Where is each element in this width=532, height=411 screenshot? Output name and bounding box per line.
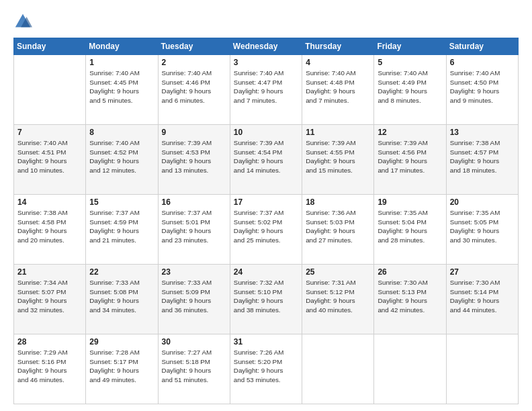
day-info: Sunrise: 7:26 AMSunset: 5:20 PMDaylight:… [234, 348, 298, 385]
header-cell-tuesday: Tuesday [158, 38, 230, 55]
day-number: 10 [234, 128, 298, 137]
calendar-cell: 6Sunrise: 7:40 AMSunset: 4:50 PMDaylight… [446, 55, 518, 125]
day-info: Sunrise: 7:35 AMSunset: 5:05 PMDaylight:… [450, 208, 515, 245]
day-info: Sunrise: 7:38 AMSunset: 4:58 PMDaylight:… [17, 208, 82, 245]
day-number: 19 [378, 197, 442, 207]
day-number: 24 [234, 267, 298, 277]
calendar-cell: 26Sunrise: 7:30 AMSunset: 5:13 PMDayligh… [374, 265, 446, 334]
day-info: Sunrise: 7:27 AMSunset: 5:18 PMDaylight:… [162, 348, 226, 385]
day-info: Sunrise: 7:33 AMSunset: 5:09 PMDaylight:… [162, 278, 226, 315]
day-info: Sunrise: 7:40 AMSunset: 4:49 PMDaylight:… [378, 68, 442, 105]
day-info: Sunrise: 7:38 AMSunset: 4:57 PMDaylight:… [450, 138, 515, 175]
day-number: 18 [306, 197, 370, 207]
day-number: 28 [17, 337, 82, 347]
calendar-cell: 11Sunrise: 7:39 AMSunset: 4:55 PMDayligh… [302, 125, 374, 195]
day-number: 8 [89, 128, 154, 137]
day-number: 25 [306, 267, 370, 277]
day-info: Sunrise: 7:39 AMSunset: 4:55 PMDaylight:… [306, 138, 370, 175]
calendar-week-2: 7Sunrise: 7:40 AMSunset: 4:51 PMDaylight… [14, 125, 519, 195]
calendar-cell: 5Sunrise: 7:40 AMSunset: 4:49 PMDaylight… [374, 55, 446, 125]
day-info: Sunrise: 7:37 AMSunset: 5:02 PMDaylight:… [234, 208, 298, 245]
calendar-table: SundayMondayTuesdayWednesdayThursdayFrid… [13, 38, 519, 404]
day-info: Sunrise: 7:33 AMSunset: 5:08 PMDaylight:… [89, 278, 154, 315]
day-info: Sunrise: 7:40 AMSunset: 4:47 PMDaylight:… [234, 68, 298, 105]
day-info: Sunrise: 7:30 AMSunset: 5:14 PMDaylight:… [450, 278, 515, 315]
header-cell-thursday: Thursday [302, 38, 374, 55]
day-number: 12 [378, 128, 442, 137]
day-info: Sunrise: 7:39 AMSunset: 4:54 PMDaylight:… [234, 138, 298, 175]
day-number: 30 [162, 337, 226, 347]
calendar-cell: 13Sunrise: 7:38 AMSunset: 4:57 PMDayligh… [446, 125, 518, 195]
day-info: Sunrise: 7:40 AMSunset: 4:52 PMDaylight:… [89, 138, 154, 175]
calendar-cell: 12Sunrise: 7:39 AMSunset: 4:56 PMDayligh… [374, 125, 446, 195]
day-number: 13 [450, 128, 515, 137]
calendar-header-row: SundayMondayTuesdayWednesdayThursdayFrid… [14, 38, 519, 55]
day-info: Sunrise: 7:40 AMSunset: 4:48 PMDaylight:… [306, 68, 370, 105]
day-info: Sunrise: 7:40 AMSunset: 4:51 PMDaylight:… [17, 138, 82, 175]
calendar-cell [14, 55, 86, 125]
calendar-cell: 16Sunrise: 7:37 AMSunset: 5:01 PMDayligh… [158, 195, 230, 265]
calendar-week-4: 21Sunrise: 7:34 AMSunset: 5:07 PMDayligh… [14, 265, 519, 334]
calendar-week-5: 28Sunrise: 7:29 AMSunset: 5:16 PMDayligh… [14, 334, 519, 404]
day-info: Sunrise: 7:28 AMSunset: 5:17 PMDaylight:… [89, 348, 154, 385]
day-info: Sunrise: 7:36 AMSunset: 5:03 PMDaylight:… [306, 208, 370, 245]
calendar-cell: 7Sunrise: 7:40 AMSunset: 4:51 PMDaylight… [14, 125, 86, 195]
calendar-cell: 29Sunrise: 7:28 AMSunset: 5:17 PMDayligh… [86, 334, 158, 404]
day-number: 2 [162, 58, 226, 67]
day-info: Sunrise: 7:39 AMSunset: 4:53 PMDaylight:… [162, 138, 226, 175]
day-number: 6 [450, 58, 515, 67]
header-cell-sunday: Sunday [14, 38, 86, 55]
calendar-cell: 28Sunrise: 7:29 AMSunset: 5:16 PMDayligh… [14, 334, 86, 404]
logo-icon [13, 12, 32, 31]
calendar-cell: 4Sunrise: 7:40 AMSunset: 4:48 PMDaylight… [302, 55, 374, 125]
calendar-cell: 23Sunrise: 7:33 AMSunset: 5:09 PMDayligh… [158, 265, 230, 334]
calendar-cell: 27Sunrise: 7:30 AMSunset: 5:14 PMDayligh… [446, 265, 518, 334]
day-number: 14 [17, 197, 82, 207]
day-number: 7 [17, 128, 82, 137]
day-info: Sunrise: 7:34 AMSunset: 5:07 PMDaylight:… [17, 278, 82, 315]
day-number: 26 [378, 267, 442, 277]
day-info: Sunrise: 7:32 AMSunset: 5:10 PMDaylight:… [234, 278, 298, 315]
page: SundayMondayTuesdayWednesdayThursdayFrid… [0, 0, 532, 411]
day-number: 17 [234, 197, 298, 207]
calendar-cell: 15Sunrise: 7:37 AMSunset: 4:59 PMDayligh… [86, 195, 158, 265]
day-number: 3 [234, 58, 298, 67]
calendar-cell: 21Sunrise: 7:34 AMSunset: 5:07 PMDayligh… [14, 265, 86, 334]
day-info: Sunrise: 7:31 AMSunset: 5:12 PMDaylight:… [306, 278, 370, 315]
header-cell-wednesday: Wednesday [230, 38, 302, 55]
calendar-cell: 24Sunrise: 7:32 AMSunset: 5:10 PMDayligh… [230, 265, 302, 334]
calendar-body: 1Sunrise: 7:40 AMSunset: 4:45 PMDaylight… [14, 55, 519, 404]
day-number: 11 [306, 128, 370, 137]
calendar-cell: 20Sunrise: 7:35 AMSunset: 5:05 PMDayligh… [446, 195, 518, 265]
header-cell-monday: Monday [86, 38, 158, 55]
day-info: Sunrise: 7:29 AMSunset: 5:16 PMDaylight:… [17, 348, 82, 385]
day-number: 4 [306, 58, 370, 67]
calendar-cell [302, 334, 374, 404]
day-number: 5 [378, 58, 442, 67]
calendar-cell: 17Sunrise: 7:37 AMSunset: 5:02 PMDayligh… [230, 195, 302, 265]
calendar-cell: 1Sunrise: 7:40 AMSunset: 4:45 PMDaylight… [86, 55, 158, 125]
day-number: 23 [162, 267, 226, 277]
calendar-cell [446, 334, 518, 404]
calendar-cell: 2Sunrise: 7:40 AMSunset: 4:46 PMDaylight… [158, 55, 230, 125]
day-number: 27 [450, 267, 515, 277]
calendar-cell: 14Sunrise: 7:38 AMSunset: 4:58 PMDayligh… [14, 195, 86, 265]
header [13, 12, 519, 31]
day-number: 29 [89, 337, 154, 347]
calendar-cell: 18Sunrise: 7:36 AMSunset: 5:03 PMDayligh… [302, 195, 374, 265]
calendar-cell: 25Sunrise: 7:31 AMSunset: 5:12 PMDayligh… [302, 265, 374, 334]
day-number: 15 [89, 197, 154, 207]
header-cell-friday: Friday [374, 38, 446, 55]
day-number: 16 [162, 197, 226, 207]
calendar-cell: 3Sunrise: 7:40 AMSunset: 4:47 PMDaylight… [230, 55, 302, 125]
day-info: Sunrise: 7:39 AMSunset: 4:56 PMDaylight:… [378, 138, 442, 175]
day-info: Sunrise: 7:40 AMSunset: 4:46 PMDaylight:… [162, 68, 226, 105]
day-info: Sunrise: 7:40 AMSunset: 4:45 PMDaylight:… [89, 68, 154, 105]
day-number: 20 [450, 197, 515, 207]
day-info: Sunrise: 7:30 AMSunset: 5:13 PMDaylight:… [378, 278, 442, 315]
day-info: Sunrise: 7:37 AMSunset: 5:01 PMDaylight:… [162, 208, 226, 245]
calendar-week-3: 14Sunrise: 7:38 AMSunset: 4:58 PMDayligh… [14, 195, 519, 265]
day-number: 31 [234, 337, 298, 347]
day-number: 1 [89, 58, 154, 67]
calendar-week-1: 1Sunrise: 7:40 AMSunset: 4:45 PMDaylight… [14, 55, 519, 125]
